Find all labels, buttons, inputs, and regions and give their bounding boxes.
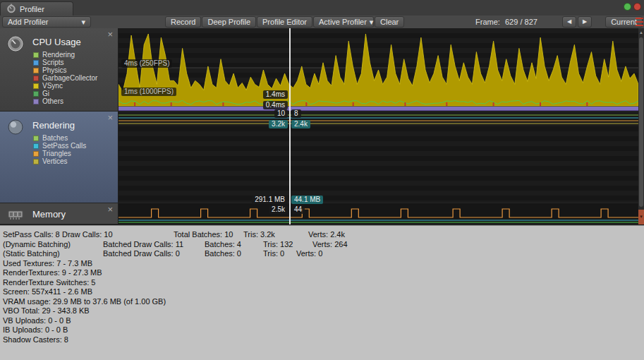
legend-swatch <box>33 76 39 81</box>
legend-item-scripts[interactable]: Scripts <box>33 59 118 66</box>
profiler-window: Profiler Add Profiler ▾ Record Deep Prof… <box>0 0 644 360</box>
legend-item-physics[interactable]: Physics <box>33 66 118 74</box>
chart-scrollbar[interactable]: ▲ ▼ <box>638 28 644 224</box>
legend-label: Others <box>42 97 63 105</box>
stat-tris: Tris: 132 <box>263 240 293 248</box>
profile-editor-button[interactable]: Profile Editor <box>257 16 312 28</box>
chevron-down-icon: ▾ <box>81 17 85 27</box>
profiler-module-rendering[interactable]: × Rendering BatchesSetPass CallsTriangle… <box>0 112 119 203</box>
panel-menu-icon[interactable] <box>636 18 643 26</box>
record-button[interactable]: Record <box>165 16 201 28</box>
cpu-usage-icon <box>7 35 24 52</box>
legend-label: Batches <box>42 134 68 142</box>
stat-verts: Verts: 0 <box>296 249 322 258</box>
stat-tris: Tris: 3.2k <box>243 230 275 239</box>
legend-label: Triangles <box>42 150 71 157</box>
rendering-value-badge-right: 8 <box>291 109 301 118</box>
stat-verts: Verts: 2.4k <box>308 230 345 239</box>
stats-row: (Static Batching) Batched Draw Calls: 0 … <box>0 249 644 259</box>
close-icon[interactable]: × <box>105 113 115 122</box>
legend-swatch <box>33 52 39 58</box>
tab-profiler[interactable]: Profiler <box>0 1 73 16</box>
stat-draw-calls: Draw Calls: 10 <box>62 230 113 239</box>
stat-total-batches: Total Batches: 10 <box>174 230 233 239</box>
rendering-chart-svg <box>119 112 638 203</box>
add-profiler-dropdown[interactable]: Add Profiler ▾ <box>2 16 91 28</box>
legend-item-gi[interactable]: Gi <box>33 90 118 97</box>
close-icon[interactable]: × <box>105 30 115 39</box>
stat-verts: Verts: 264 <box>312 240 348 248</box>
toolbar-button-group: Record Deep Profile Profile Editor Activ… <box>165 16 404 28</box>
legend-item-vsync[interactable]: VSync <box>33 82 118 90</box>
memory-chart[interactable] <box>119 203 638 224</box>
scroll-down-icon[interactable]: ▼ <box>638 210 644 224</box>
legend-item-garbagecollector[interactable]: GarbageCollector <box>33 74 118 82</box>
clear-button[interactable]: Clear <box>375 16 404 28</box>
profiler-module-memory[interactable]: × Memory Total Allocated <box>0 203 119 224</box>
stats-line: IB Uploads: 0 - 0 B <box>0 325 644 335</box>
legend-label: Gi <box>42 90 49 97</box>
stat-batched-draw-calls: Batched Draw Calls: 0 <box>103 249 180 258</box>
stat-tris: Tris: 0 <box>263 249 284 258</box>
tab-strip: Profiler <box>0 0 644 16</box>
profiler-icon <box>6 4 16 15</box>
legend-swatch <box>33 68 39 73</box>
legend-item-others[interactable]: Others <box>33 97 118 105</box>
rendering-icon <box>7 119 24 136</box>
cpu-legend: RenderingScriptsPhysicsGarbageCollectorV… <box>33 51 118 105</box>
stats-line: Screen: 557x411 - 2.6 MB <box>0 287 644 297</box>
cpu-chart-svg <box>119 28 638 112</box>
profiler-module-cpu-usage[interactable]: × CPU Usage RenderingScriptsPhysicsGarba… <box>0 28 119 112</box>
stat-batches: Batches: 4 <box>205 240 241 248</box>
memory-icon <box>7 205 24 222</box>
stats-line: VBO Total: 29 - 343.8 KB <box>0 306 644 316</box>
legend-swatch <box>33 99 39 104</box>
stat-dynamic-batching: (Dynamic Batching) <box>3 240 71 248</box>
cpu-usage-chart[interactable] <box>119 28 638 112</box>
stats-line: VB Uploads: 0 - 0 B <box>0 316 644 326</box>
stats-line: Used Textures: 7 - 7.3 MB <box>0 259 644 269</box>
stats-line: Shadow Casters: 8 <box>0 335 644 345</box>
cpu-current-value-badge: 0.4ms <box>263 101 288 109</box>
stats-row: (Dynamic Batching) Batched Draw Calls: 1… <box>0 240 644 250</box>
legend-item-triangles[interactable]: Triangles <box>33 150 118 157</box>
memory-chart-svg <box>119 203 638 224</box>
legend-item-batches[interactable]: Batches <box>33 134 118 142</box>
legend-label: GarbageCollector <box>42 74 97 82</box>
deep-profile-button[interactable]: Deep Profile <box>202 16 256 28</box>
cpu-gridline-label-1ms: 1ms (1000FPS) <box>121 88 176 96</box>
active-profiler-label: Active Profiler <box>319 17 367 27</box>
window-dot-red[interactable] <box>633 3 641 11</box>
legend-item-setpass-calls[interactable]: SetPass Calls <box>33 142 118 150</box>
legend-swatch <box>33 159 39 164</box>
legend-label: Rendering <box>42 51 75 59</box>
active-profiler-dropdown[interactable]: Active Profiler ▾ <box>313 16 374 28</box>
scroll-up-icon[interactable]: ▲ <box>638 28 644 37</box>
legend-swatch <box>33 91 39 97</box>
stat-batched-draw-calls: Batched Draw Calls: 11 <box>103 240 183 248</box>
window-dot-green[interactable] <box>624 3 631 11</box>
legend-item-vertices[interactable]: Vertices <box>33 157 118 165</box>
rendering-chart[interactable] <box>119 112 638 203</box>
current-frame-line <box>289 28 291 224</box>
legend-label: Vertices <box>42 157 68 165</box>
legend-swatch <box>33 136 39 141</box>
legend-swatch <box>33 83 39 89</box>
next-frame-button[interactable]: ▶ <box>578 16 592 28</box>
rendering-value-badge-left: 3.2k <box>269 120 288 128</box>
cpu-gridline-label-4ms: 4ms (250FPS) <box>121 59 172 68</box>
close-icon[interactable]: × <box>105 205 115 214</box>
add-profiler-label: Add Profiler <box>8 17 48 27</box>
legend-item-rendering[interactable]: Rendering <box>33 51 118 59</box>
chevron-down-icon: ▾ <box>370 17 374 27</box>
rendering-value-badge-left: 10 <box>274 109 288 118</box>
legend-swatch <box>33 143 39 149</box>
rendering-legend: BatchesSetPass CallsTrianglesVertices <box>33 134 118 165</box>
memory-value-badge-left: 2.5k <box>269 205 288 214</box>
stats-line: RenderTextures: 9 - 27.3 MB <box>0 268 644 278</box>
prev-frame-button[interactable]: ◀ <box>562 16 576 28</box>
scrollbar-thumb[interactable] <box>639 37 643 207</box>
legend-label: Scripts <box>42 59 64 66</box>
stat-setpass-calls: SetPass Calls: 8 <box>3 230 60 239</box>
tab-title: Profiler <box>20 5 44 13</box>
